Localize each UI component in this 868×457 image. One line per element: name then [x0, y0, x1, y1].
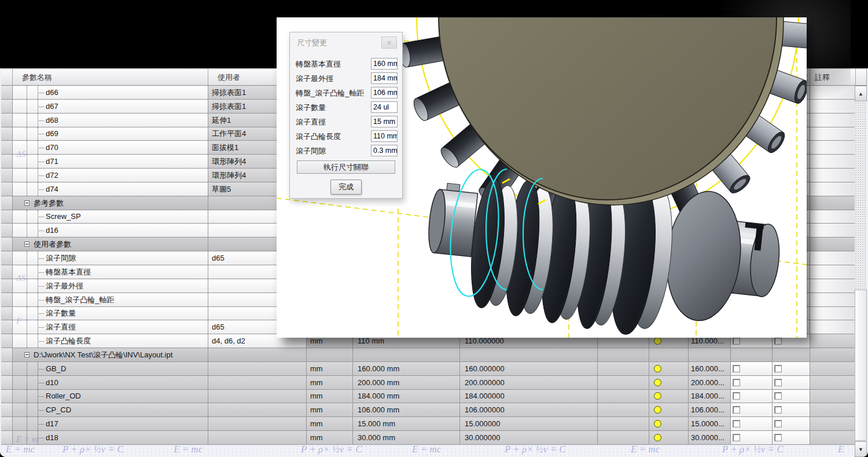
cell-comment[interactable]: [810, 237, 856, 251]
cell-comment[interactable]: [810, 348, 856, 362]
cell-nominal[interactable]: 184.000000: [460, 390, 598, 403]
cell-cb1[interactable]: [731, 348, 773, 362]
cell-cb1[interactable]: [731, 362, 773, 376]
cell-model[interactable]: 15.0000...: [689, 417, 731, 431]
3d-viewport[interactable]: 尺寸變更 ✕ 轉盤基本直徑160 mm滾子最外徑184 mm轉盤_滾子凸輪_軸距…: [277, 17, 807, 338]
export-checkbox[interactable]: [774, 420, 782, 427]
cell-comment[interactable]: [810, 155, 856, 169]
cell-comment[interactable]: [810, 376, 856, 390]
cell-equation[interactable]: 106.000 mm: [353, 403, 460, 417]
key-checkbox[interactable]: [733, 365, 740, 372]
cell-nominal[interactable]: 160.000000: [460, 362, 598, 376]
cell-comment[interactable]: [810, 307, 856, 320]
cell-cb1[interactable]: [731, 403, 773, 417]
cell-cb2[interactable]: [773, 390, 810, 403]
cell-model[interactable]: 106.000...: [689, 403, 731, 417]
key-checkbox[interactable]: [733, 434, 740, 441]
cell-unit[interactable]: mm: [307, 403, 353, 417]
cell-circ[interactable]: [649, 390, 689, 403]
cell-equation[interactable]: 15.000 mm: [353, 417, 460, 431]
table-row[interactable]: d17mm15.000 mm15.00000015.0000...: [1, 417, 867, 431]
dimension-change-dialog[interactable]: 尺寸變更 ✕ 轉盤基本直徑160 mm滾子最外徑184 mm轉盤_滾子凸輪_軸距…: [289, 32, 403, 199]
cell-user[interactable]: [208, 403, 307, 417]
cell-name[interactable]: 轉盤_滾子凸輪_軸距: [13, 293, 208, 307]
cell-name[interactable]: Roller_OD: [13, 390, 208, 403]
dialog-field-input[interactable]: 184 mm: [371, 72, 398, 84]
cell-name[interactable]: 滾子最外徑: [13, 279, 208, 293]
cell-user[interactable]: [208, 362, 307, 376]
cell-model[interactable]: 184.000...: [689, 390, 731, 403]
cell-comment[interactable]: [810, 431, 856, 445]
export-checkbox[interactable]: [774, 434, 782, 441]
cell-circ[interactable]: [649, 376, 689, 390]
cell-equation[interactable]: 30.000 mm: [353, 431, 460, 445]
cell-nominal[interactable]: 200.000000: [460, 376, 598, 390]
scrollbar-thumb[interactable]: [855, 290, 867, 441]
cell-cb2[interactable]: [773, 362, 810, 376]
cell-name[interactable]: d18: [13, 431, 208, 445]
cell-name[interactable]: d66: [13, 86, 208, 100]
cell-comment[interactable]: [810, 196, 856, 210]
cell-comment[interactable]: [810, 127, 856, 141]
cell-name[interactable]: 轉盤基本直徑: [13, 265, 208, 279]
cell-equation[interactable]: [353, 348, 460, 362]
cell-name[interactable]: Screw_SP: [13, 210, 208, 224]
cell-cb2[interactable]: [773, 417, 810, 431]
header-comment[interactable]: 註釋: [810, 68, 856, 86]
cell-comment[interactable]: [810, 210, 856, 224]
cell-comment[interactable]: [810, 86, 856, 100]
cell-name[interactable]: d70: [13, 141, 208, 155]
close-icon[interactable]: ✕: [381, 36, 397, 49]
collapse-icon[interactable]: [24, 242, 30, 247]
key-checkbox[interactable]: [733, 379, 740, 386]
header-parameter-name[interactable]: 參數名稱: [13, 68, 208, 86]
export-checkbox[interactable]: [774, 337, 782, 345]
key-checkbox[interactable]: [733, 337, 740, 345]
cell-cb1[interactable]: [731, 431, 773, 445]
cell-unit[interactable]: mm: [307, 390, 353, 403]
collapse-icon[interactable]: [24, 352, 30, 357]
cell-comment[interactable]: [810, 182, 856, 196]
scroll-down-button[interactable]: ▼: [855, 441, 867, 457]
cell-name[interactable]: d74: [13, 182, 208, 196]
done-button[interactable]: 完成: [330, 180, 362, 195]
cell-unit[interactable]: mm: [307, 431, 353, 445]
cell-cb2[interactable]: [773, 403, 810, 417]
cell-comment[interactable]: [810, 417, 856, 431]
table-row[interactable]: CP_CDmm106.000 mm106.000000106.000...: [1, 403, 867, 417]
cell-equation[interactable]: 200.000 mm: [353, 376, 460, 390]
cell-comment[interactable]: [810, 390, 856, 403]
cell-name[interactable]: 滾子數量: [13, 307, 208, 320]
cell-name[interactable]: D:\Jwork\NX Test\滾子凸輪\INV\Layout.ipt: [13, 348, 208, 362]
cell-name[interactable]: d69: [13, 127, 208, 141]
cell-circ[interactable]: [649, 403, 689, 417]
cell-comment[interactable]: [810, 265, 856, 279]
cell-unit[interactable]: mm: [307, 376, 353, 390]
table-row[interactable]: D:\Jwork\NX Test\滾子凸輪\INV\Layout.ipt: [1, 348, 867, 362]
cell-name[interactable]: d10: [13, 376, 208, 390]
dialog-field-input[interactable]: 160 mm: [371, 58, 398, 70]
dialog-field-input[interactable]: 106 mm: [371, 87, 398, 98]
cell-name[interactable]: d17: [13, 417, 208, 431]
cell-user[interactable]: [208, 390, 307, 403]
cell-name[interactable]: 滾子間隙: [13, 251, 208, 265]
cell-unit[interactable]: mm: [307, 417, 353, 431]
export-checkbox[interactable]: [774, 392, 782, 400]
key-checkbox[interactable]: [733, 420, 740, 427]
cell-cb2[interactable]: [773, 348, 810, 362]
cell-name[interactable]: 使用者參數: [13, 237, 208, 251]
cell-cb2[interactable]: [773, 376, 810, 390]
cell-comment[interactable]: [810, 334, 856, 348]
cell-unit[interactable]: [307, 348, 353, 362]
cell-model[interactable]: 200.000...: [689, 376, 731, 390]
cell-model[interactable]: [689, 348, 731, 362]
table-row[interactable]: d18mm30.000 mm30.00000030.0000...: [1, 431, 867, 445]
cell-comment[interactable]: [810, 100, 856, 114]
cell-comment[interactable]: [810, 279, 856, 293]
cell-circ[interactable]: [649, 431, 689, 445]
collapse-icon[interactable]: [24, 200, 30, 206]
scroll-up-button[interactable]: ▲: [855, 86, 867, 101]
cell-name[interactable]: GB_D: [13, 362, 208, 376]
cell-circ[interactable]: [649, 417, 689, 431]
dialog-field-input[interactable]: 15 mm: [371, 116, 398, 127]
